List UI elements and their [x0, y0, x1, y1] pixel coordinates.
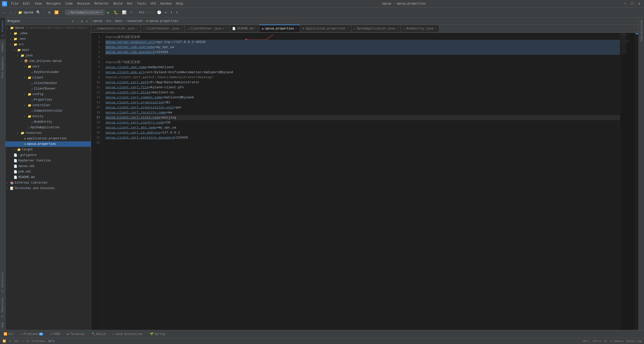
menu-item-navigate[interactable]: Navigate — [44, 2, 63, 6]
breadcrumb-opcua[interactable]: opcua — [93, 19, 102, 23]
git-check2-icon[interactable]: ✓ — [150, 11, 152, 14]
tree-item-opcua-iml[interactable]: 📄opcua.iml — [6, 163, 91, 169]
breadcrumb-main[interactable]: main — [115, 19, 123, 23]
tree-item-clienthandler[interactable]: ☕ClientHandler — [6, 80, 91, 86]
encoding-label[interactable]: UTF-8 — [593, 340, 601, 343]
bottom-tab-build[interactable]: 🔨Build — [90, 331, 107, 337]
close-button[interactable]: ✕ — [637, 2, 642, 6]
tab-clienthandler-java[interactable]: ☕ClientHandler.java× — [141, 25, 185, 32]
git-revert-button[interactable]: ↩ — [164, 10, 168, 15]
tree-item-opcua[interactable]: ▾📁opcua D:\Work\kylandWorkSpace\IDEAWork… — [6, 25, 91, 31]
tree-item--mvn[interactable]: ▸📁.mvn — [6, 36, 91, 42]
debug-button[interactable]: 🐛 — [112, 10, 119, 15]
tree-item-application-properties[interactable]: ⚙application.properties — [6, 136, 91, 141]
minimize-button[interactable]: ─ — [623, 2, 628, 6]
git-push-button[interactable]: ⬆ — [169, 10, 174, 15]
tree-item-properties[interactable]: ☕Properties — [6, 97, 91, 103]
git-history-button[interactable]: 🕐 — [156, 10, 163, 15]
tab-readme-md[interactable]: 📄README.md× — [230, 25, 259, 32]
tree-item-entity[interactable]: ▾📁entity — [6, 114, 91, 119]
bottom-tab-problems[interactable]: ⚠Problems6 — [19, 331, 45, 337]
run-button[interactable]: ▶ — [106, 9, 111, 16]
tree-item-opcua-properties[interactable]: ⚙opcua.properties — [6, 141, 91, 147]
editor-tabs[interactable]: ☕CommonController.java×☕ClientHandler.ja… — [91, 25, 638, 33]
bottom-tab-java-enterprise[interactable]: ☕Java Enterprise — [111, 331, 144, 337]
tree-item-resources[interactable]: ▾📁resources — [6, 130, 91, 136]
tree-item-external-libraries[interactable]: ▸📚External Libraries — [6, 180, 91, 186]
tree-item-keystoreloader[interactable]: ☕KeyStoreLoader — [6, 69, 91, 75]
editor-scrollbar[interactable] — [635, 33, 638, 330]
tree-item-nodeentity[interactable]: ☕NodeEntity — [6, 119, 91, 125]
tree-item-java[interactable]: ▾📁java — [6, 53, 91, 58]
project-tree[interactable]: ▾📁opcua D:\Work\kylandWorkSpace\IDEAWork… — [6, 25, 91, 330]
menu-item-run[interactable]: Run — [125, 2, 135, 6]
tree-item-com-jellyleo-opcua[interactable]: ▾📦com.jellyleo.opcua — [6, 58, 91, 64]
menu-item-edit[interactable]: Edit — [21, 2, 32, 6]
tab-clientrunner-java[interactable]: ☕ClientRunner.java●× — [185, 25, 230, 32]
tab-close-button[interactable]: × — [136, 27, 138, 30]
tree-item-main[interactable]: ▾📁main — [6, 47, 91, 53]
menu-item-tools[interactable]: Tools — [135, 2, 148, 6]
code-content[interactable]: #opcua服务端配置参数opcua.server.endpoint.url=o… — [102, 33, 620, 330]
tab-opcua-properties[interactable]: ⚙opcua.properties× — [259, 25, 300, 32]
run-config-dropdown[interactable]: ☕ OpcUaApplication ▾ — [65, 10, 104, 15]
git-status-label[interactable]: 9: Git — [9, 340, 19, 343]
git-check-icon[interactable]: ✓ — [147, 11, 149, 14]
event-log-label[interactable]: Event Log — [627, 340, 641, 343]
project-tab[interactable]: 1: Project — [0, 18, 5, 39]
pull-requests-tab[interactable]: Pull Requests — [0, 54, 5, 81]
tree-item-commoncontroller[interactable]: ☕CommonController — [6, 108, 91, 114]
forward-button[interactable]: → — [8, 10, 13, 15]
tree-item-target[interactable]: ▸📁target — [6, 147, 91, 152]
tab-close-button[interactable]: × — [396, 27, 398, 30]
menu-item-analyze[interactable]: Analyze — [75, 2, 92, 6]
bottom-tab-terminal[interactable]: ▶Terminal — [66, 331, 86, 337]
tab-nodeentity-java[interactable]: ☕NodeEntity.java× — [401, 25, 439, 32]
breadcrumb-file[interactable]: ⚙ opcua.properties — [146, 19, 178, 23]
line-sep-label[interactable]: LF — [604, 340, 607, 343]
maximize-button[interactable]: □ — [630, 2, 635, 6]
bottom-tab-git[interactable]: 🔀Git — [2, 331, 15, 337]
menu-item-window[interactable]: Window — [158, 2, 173, 6]
menu-item-code[interactable]: Code — [63, 2, 75, 6]
indent-label[interactable]: 4 spaces — [610, 340, 624, 343]
tab-close-button[interactable]: × — [296, 27, 297, 30]
tree-item-opcuaapplication[interactable]: ☕OpcUaApplication — [6, 125, 91, 130]
tab-opcuaapplication-java[interactable]: ☕OpcUaApplication.java× — [351, 25, 401, 32]
tree-item--idea[interactable]: ▸📁.idea — [6, 31, 91, 36]
menu-item-view[interactable]: View — [33, 2, 44, 6]
menu-item-build[interactable]: Build — [111, 2, 125, 6]
bottom-tab-spring[interactable]: 🌱Spring — [148, 331, 167, 337]
tab-commoncontroller-java[interactable]: ☕CommonController.java× — [91, 25, 141, 32]
back-button[interactable]: ← — [2, 10, 7, 15]
commit-tab[interactable]: Commit — [0, 39, 5, 54]
tab-application-properties[interactable]: ⚙application.properties× — [300, 25, 351, 32]
menu-item-vcs[interactable]: VCS — [149, 2, 158, 6]
structure-tab-left[interactable]: 2: Structure — [0, 270, 5, 295]
settings-button[interactable]: ⚙ — [47, 10, 52, 15]
tab-close-button[interactable]: × — [435, 27, 436, 30]
problems-status-label[interactable]: 6: Problems — [27, 340, 45, 343]
tab-close-button[interactable]: × — [180, 27, 182, 30]
panel-settings-button[interactable]: ⚙ — [80, 19, 84, 23]
bottom-tab-todo[interactable]: ≡TODO — [49, 331, 62, 337]
git-check3-icon[interactable]: ✓ — [153, 11, 154, 14]
tab-close-button[interactable]: × — [347, 27, 348, 30]
vcs-button[interactable]: 🔀 — [53, 10, 60, 15]
profile-button[interactable]: ⚡ — [129, 10, 134, 15]
panel-close-button[interactable]: ✕ — [85, 19, 89, 23]
breadcrumb-src[interactable]: src — [106, 19, 111, 23]
tree-item-src[interactable]: ▾📁src — [6, 42, 91, 47]
tab-close-button[interactable]: × — [255, 27, 257, 30]
tree-item-config[interactable]: ▾📁config — [6, 92, 91, 97]
web-tab-left[interactable]: Web — [0, 320, 5, 330]
panel-sync-button[interactable]: ⟳ — [71, 19, 75, 23]
tree-item-scratches-and-consoles[interactable]: ▸📝Scratches and Consoles — [6, 186, 91, 191]
favorites-tab-left[interactable]: 2: Favorites — [0, 295, 5, 320]
menu-item-help[interactable]: Help — [174, 2, 185, 6]
breadcrumb-resources[interactable]: resources — [126, 19, 143, 23]
tree-item-client[interactable]: ▾📁client — [6, 75, 91, 80]
search-everywhere-button[interactable]: 🔍 — [35, 10, 42, 15]
menu-item-file[interactable]: File — [9, 2, 20, 6]
tree-item-cert[interactable]: ▾📁cert — [6, 64, 91, 69]
